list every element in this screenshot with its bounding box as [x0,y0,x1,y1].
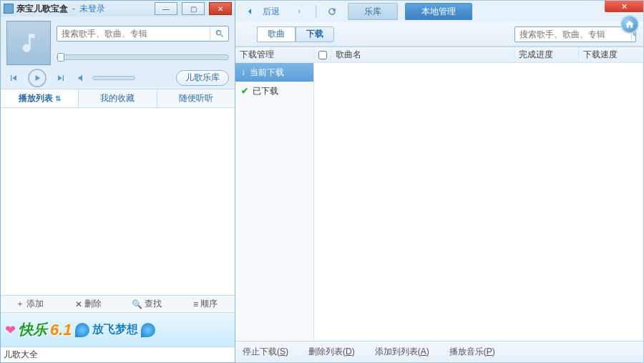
banner-text-3: 放飞梦想 [92,322,138,337]
library-search-box [514,26,636,42]
prev-button[interactable] [6,71,21,85]
maximize-button[interactable]: ▢ [182,2,205,15]
main-area: 歌曲名 完成进度 下载速度 [314,47,643,341]
download-icon: ↓ [241,67,245,77]
body: 下载管理 ↓ 当前下载 ✔ 已下载 歌曲名 完成进度 下载速度 [235,47,643,341]
tab-music-library[interactable]: 乐库 [348,3,398,20]
player-top [1,16,235,67]
sidebar: 下载管理 ↓ 当前下载 ✔ 已下载 [235,47,314,341]
app-icon [4,4,14,14]
search-input[interactable] [57,26,210,41]
sidebar-item-done[interactable]: ✔ 已下载 [235,82,313,100]
tab-playlist[interactable]: 播放列表 ⇅ [1,89,79,107]
next-button[interactable] [54,71,68,85]
column-headers: 歌曲名 完成进度 下载速度 [314,47,643,63]
home-button[interactable] [620,15,639,34]
home-icon [625,19,635,29]
tab-label: 播放列表 [19,92,53,105]
refresh-button[interactable] [323,4,341,19]
heart-icon: ❤ [5,322,16,338]
col-checkbox[interactable] [314,47,331,62]
minimize-button[interactable]: — [155,2,177,15]
plus-icon: ＋ [16,298,24,310]
sort-icon[interactable]: ⇅ [55,95,61,102]
select-all-checkbox[interactable] [318,51,327,59]
sidebar-item-current[interactable]: ↓ 当前下载 [235,63,313,82]
subtab-songs[interactable]: 歌曲 [257,26,296,42]
volume-control [75,71,135,85]
play-button[interactable] [28,69,47,87]
playlist-tabs: 播放列表 ⇅ 我的收藏 随便听听 [1,89,235,108]
delete-button[interactable]: ✕删除 [59,298,118,310]
sidebar-header: 下载管理 [235,47,313,63]
title-sep: - [72,4,75,14]
search-icon [215,29,225,39]
volume-button[interactable] [75,71,89,85]
banner-text-2: 6.1 [50,321,72,339]
banner-text-1: 快乐 [19,320,47,339]
stop-download-button[interactable]: 停止下载(S) [243,346,288,358]
wing-icon [141,323,155,337]
progress-knob[interactable] [57,53,64,62]
close-button[interactable]: ✕ [209,2,232,15]
back-label: 后退 [263,6,280,18]
login-status[interactable]: 未登录 [79,3,105,15]
list-icon: ≡ [193,299,198,309]
tab-favorites[interactable]: 我的收藏 [79,89,157,107]
bottom-link[interactable]: 儿歌大全 [1,347,235,362]
delete-list-button[interactable]: 删除列表(D) [308,346,355,358]
search-icon: 🔍 [132,299,142,309]
nav-bar: 后退 乐库 本地管理 [235,1,643,22]
check-icon: ✔ [241,86,248,96]
tab-random[interactable]: 随便听听 [157,89,235,107]
sidebar-item-label: 当前下载 [250,67,284,79]
subtab-downloads[interactable]: 下载 [296,26,334,42]
progress-bar[interactable] [57,54,229,60]
play-music-button[interactable]: 播放音乐(P) [449,346,495,358]
back-button[interactable] [241,4,258,19]
album-art[interactable] [6,21,51,65]
forward-button[interactable] [291,4,308,19]
close-button[interactable]: ✕ [605,1,643,12]
library-window: ✕ 后退 乐库 本地管理 歌曲 下载 [235,0,644,363]
add-button[interactable]: ＋添加 [1,298,59,310]
download-rows [314,63,643,341]
col-progress[interactable]: 完成进度 [514,47,579,62]
x-icon: ✕ [75,299,82,309]
library-search-input[interactable] [515,27,631,42]
toolbar: 歌曲 下载 [235,22,643,47]
find-button[interactable]: 🔍查找 [118,298,177,310]
tab-label: 随便听听 [179,92,213,105]
footer-actions: 停止下载(S) 删除列表(D) 添加到列表(A) 播放音乐(P) [235,341,643,362]
playlist-actions: ＋添加 ✕删除 🔍查找 ≡顺序 [1,295,235,312]
add-to-list-button[interactable]: 添加到列表(A) [375,346,429,358]
tab-local-manage[interactable]: 本地管理 [405,3,472,20]
search-box [57,26,229,42]
player-window: 亲宝儿歌宝盒 - 未登录 — ▢ ✕ [0,0,235,363]
volume-slider[interactable] [92,76,135,80]
playlist-area [1,108,235,295]
order-button[interactable]: ≡顺序 [176,298,235,310]
music-library-button[interactable]: 儿歌乐库 [176,70,229,86]
col-name[interactable]: 歌曲名 [331,47,514,62]
sidebar-item-label: 已下载 [253,85,278,97]
tab-label: 我的收藏 [100,92,135,105]
music-note-icon [16,31,41,55]
separator [316,5,316,18]
promo-banner[interactable]: ❤ 快乐 6.1 放飞梦想 [1,312,235,347]
title-bar[interactable]: 亲宝儿歌宝盒 - 未登录 — ▢ ✕ [1,1,235,16]
app-title: 亲宝儿歌宝盒 [16,3,68,15]
col-speed[interactable]: 下载速度 [579,47,643,62]
wing-icon [75,323,89,337]
playback-controls: 儿歌乐库 [1,67,235,89]
search-button[interactable] [210,26,228,41]
